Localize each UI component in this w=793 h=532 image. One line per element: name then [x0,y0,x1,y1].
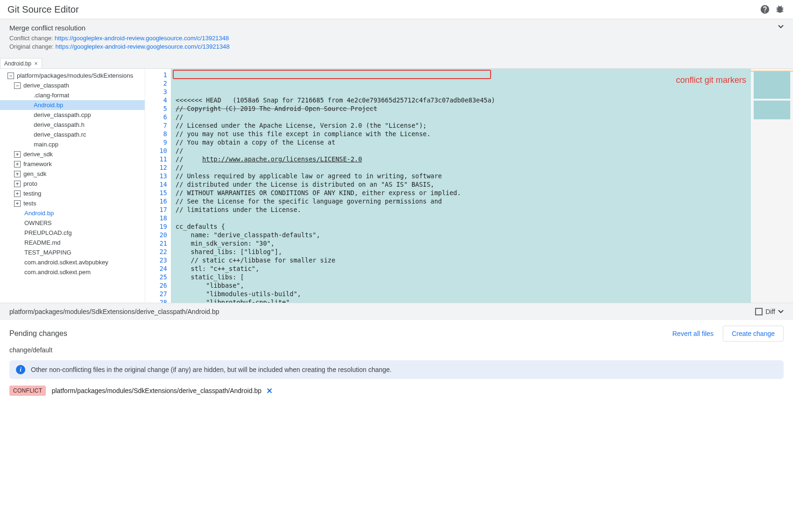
conflict-file-path: platform/packages/modules/SdkExtensions/… [51,387,261,394]
tree-root[interactable]: −platform/packages/modules/SdkExtensions [0,71,145,80]
tree-file[interactable]: .clang-format [0,90,145,100]
bug-icon[interactable] [774,4,786,15]
close-icon[interactable]: × [34,60,38,67]
plus-icon[interactable]: + [14,200,21,207]
code-line[interactable]: min_sdk_version: "30", [171,239,751,248]
code-line[interactable]: // Copyright (C) 2019 The Android Open S… [171,104,751,113]
tree-folder[interactable]: +tests [0,198,145,208]
code-line[interactable]: "libprotobuf-cpp-lite", [171,298,751,303]
plus-icon[interactable]: + [14,161,21,168]
create-change-button[interactable]: Create change [723,326,784,342]
tab-bar: Android.bp × [0,57,793,69]
plus-icon[interactable]: + [14,190,21,197]
code-line[interactable]: // WITHOUT WARRANTIES OR CONDITIONS OF A… [171,189,751,197]
conflict-badge: CONFLICT [9,386,46,396]
code-line[interactable]: // Licensed under the Apache License, Ve… [171,121,751,130]
code-line[interactable]: cc_defaults { [171,222,751,231]
code-line[interactable]: // [171,113,751,121]
tree-file[interactable]: com.android.sdkext.avbpubkey [0,257,145,267]
main-panel: −platform/packages/modules/SdkExtensions… [0,69,793,303]
tree-folder[interactable]: +framework [0,159,145,169]
code-line[interactable]: // You may obtain a copy of the License … [171,138,751,146]
code-line[interactable] [171,214,751,222]
pending-changes-panel: Pending changes Revert all files Create … [0,320,793,401]
help-icon[interactable] [759,4,771,15]
revert-all-link[interactable]: Revert all files [672,330,713,337]
conflict-file-row: CONFLICT platform/packages/modules/SdkEx… [9,386,784,396]
tree-file-android-bp[interactable]: Android.bp [0,100,145,110]
minimap[interactable] [751,69,793,303]
code-line[interactable]: // static c++/libbase for smaller size [171,256,751,264]
code-line[interactable]: stl: "c++_static", [171,264,751,273]
tree-file[interactable]: derive_classpath.cpp [0,110,145,120]
file-tree[interactable]: −platform/packages/modules/SdkExtensions… [0,69,145,303]
line-gutter: 1234567891011121314151617181920212223242… [145,69,171,303]
conflict-change-link[interactable]: https://googleplex-android-review.google… [55,35,229,42]
info-icon: i [16,365,25,374]
minus-icon[interactable]: − [7,73,14,79]
tree-folder-derive-classpath[interactable]: −derive_classpath [0,80,145,90]
minus-icon[interactable]: − [14,82,21,89]
code-line[interactable]: // limitations under the License. [171,205,751,214]
tree-folder[interactable]: +derive_sdk [0,149,145,159]
annotation-label: conflict git markers [676,75,746,85]
conflict-marker-highlight [173,70,491,79]
code-line[interactable]: // distributed under the License is dist… [171,180,751,189]
original-change-row: Original change: https://googleplex-andr… [9,43,784,50]
plus-icon[interactable]: + [14,171,21,177]
code-line[interactable]: // Unless required by applicable law or … [171,172,751,180]
merge-conflict-subheader: Merge conflict resolution Conflict chang… [0,19,793,57]
tree-file[interactable]: TEST_MAPPING [0,248,145,257]
diff-checkbox[interactable] [755,308,763,315]
tree-file-android-bp-root[interactable]: Android.bp [0,208,145,218]
tree-file[interactable]: OWNERS [0,218,145,228]
code-line[interactable]: // See the License for the specific lang… [171,197,751,205]
app-title: Git Source Editor [7,4,756,15]
subheader-title: Merge conflict resolution [9,24,784,32]
plus-icon[interactable]: + [14,151,21,158]
tree-folder[interactable]: +testing [0,189,145,198]
tree-file[interactable]: main.cpp [0,139,145,149]
original-change-link[interactable]: https://googleplex-android-review.google… [55,43,229,50]
tree-folder[interactable]: +proto [0,179,145,189]
code-line[interactable]: <<<<<<< HEAD (1058a6 Snap for 7216685 fr… [171,96,751,104]
branch-name: change/default [9,346,784,354]
code-area[interactable]: <<<<<<< HEAD (1058a6 Snap for 7216685 fr… [171,69,751,303]
tree-file[interactable]: derive_classpath.rc [0,130,145,139]
app-header: Git Source Editor [0,0,793,19]
info-banner: i Other non-conflicting files in the ori… [9,360,784,379]
tree-file[interactable]: com.android.sdkext.pem [0,267,145,277]
code-line[interactable]: // [171,146,751,155]
code-line[interactable]: "libbase", [171,281,751,290]
remove-icon[interactable]: ✕ [266,386,272,395]
chevron-down-icon[interactable] [778,310,784,313]
code-line[interactable]: // you may not use this file except in c… [171,130,751,138]
code-editor[interactable]: 1234567891011121314151617181920212223242… [145,69,793,303]
tree-file[interactable]: PREUPLOAD.cfg [0,228,145,238]
code-line[interactable]: static_libs: [ [171,273,751,281]
tree-folder[interactable]: +gen_sdk [0,169,145,179]
diff-label: Diff [765,308,775,315]
plus-icon[interactable]: + [14,181,21,187]
tree-file[interactable]: README.md [0,238,145,248]
conflict-change-row: Conflict change: https://googleplex-andr… [9,35,784,42]
code-line[interactable]: // http://www.apache.org/licenses/LICENS… [171,155,751,163]
file-path: platform/packages/modules/SdkExtensions/… [9,308,219,315]
code-line[interactable]: "libmodules-utils-build", [171,290,751,298]
code-line[interactable]: name: "derive_classpath-defaults", [171,231,751,239]
code-line[interactable]: shared_libs: ["liblog"], [171,248,751,256]
collapse-icon[interactable] [778,25,784,29]
code-line[interactable]: // [171,163,751,172]
path-bar: platform/packages/modules/SdkExtensions/… [0,303,793,320]
pending-title: Pending changes [9,329,672,338]
tab-android-bp[interactable]: Android.bp × [0,58,42,68]
tree-file[interactable]: derive_classpath.h [0,120,145,130]
